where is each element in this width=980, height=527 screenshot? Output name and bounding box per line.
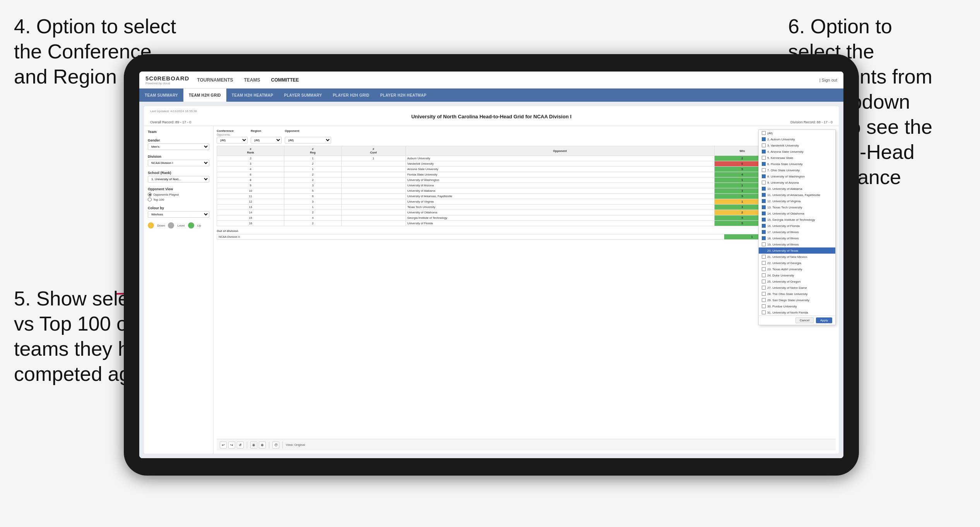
school-select[interactable]: 1. University of Nort... <box>148 176 209 182</box>
rank-cell: 11 <box>217 194 284 199</box>
colour-by-label: Colour by <box>148 206 209 210</box>
nav-tournaments[interactable]: TOURNAMENTS <box>197 77 233 83</box>
dropdown-item[interactable]: 24. Duke University <box>759 272 835 278</box>
dropdown-checkbox <box>762 187 766 191</box>
dropdown-item[interactable]: 6. Florida State University <box>759 161 835 167</box>
th-reg: #Reg <box>284 146 342 156</box>
division-label: Division <box>148 155 209 159</box>
panel-records: Overall Record: 89 - 17 - 0 Division Rec… <box>150 120 833 124</box>
radio-opponents-played[interactable]: Opponents Played <box>148 193 209 196</box>
dropdown-item-label: 21. University of New Mexico <box>767 255 807 259</box>
dropdown-item[interactable]: 16. University of Florida <box>759 223 835 229</box>
dropdown-item[interactable]: 8. University of Washington <box>759 173 835 179</box>
dropdown-checkbox <box>762 242 766 246</box>
dropdown-checkbox <box>762 143 766 147</box>
dropdown-checkbox <box>762 261 766 265</box>
dropdown-item[interactable]: 4. Arizona State University <box>759 148 835 155</box>
rank-cell: 14 <box>217 210 284 215</box>
radio-group: Opponents Played Top 100 <box>148 193 209 201</box>
dropdown-item[interactable]: 7. Ohio State University <box>759 167 835 173</box>
dropdown-item[interactable]: 5. Kennesaw State <box>759 155 835 161</box>
rank-cell: 16 <box>217 221 284 226</box>
conference-filter-group: Conference Opponents: (All) <box>217 129 248 143</box>
dropdown-item-label: 12. University of Virginia <box>767 200 800 203</box>
dropdown-checkbox <box>762 224 766 228</box>
redo-button[interactable]: ↪ <box>228 442 235 449</box>
dropdown-item-label: 25. University of Oregon <box>767 280 800 283</box>
dropdown-item[interactable]: 29. San Diego State University <box>759 297 835 303</box>
opponent-filter-select[interactable]: (All) <box>285 137 331 143</box>
dropdown-item[interactable]: 9. University of Arizona <box>759 179 835 186</box>
paste-button[interactable]: ⊗ <box>259 442 266 449</box>
dropdown-item-label: 10. University of Alabama <box>767 187 802 191</box>
dropdown-item[interactable]: 19. University of Illinois <box>759 241 835 247</box>
grid-area: Conference Opponents: (All) Region <box>214 126 839 454</box>
nav-right[interactable]: | Sign out <box>819 78 837 82</box>
dropdown-item[interactable]: 31. University of North Florida <box>759 309 835 316</box>
color-legend: Down Level Up <box>148 222 209 229</box>
dropdown-item[interactable]: 12. University of Virginia <box>759 198 835 204</box>
dropdown-item[interactable]: 25. University of Oregon <box>759 278 835 285</box>
dropdown-cancel-button[interactable]: Cancel <box>795 317 814 323</box>
dropdown-checkbox <box>762 131 766 135</box>
dropdown-item[interactable]: 11. University of Arkansas, Fayetteville <box>759 192 835 198</box>
region-filter-select[interactable]: (All) <box>251 137 282 143</box>
gender-select[interactable]: Men's <box>148 143 209 150</box>
out-div-division: NCAA Division II <box>217 234 724 240</box>
dropdown-checkbox <box>762 273 766 277</box>
opponent-cell: Auburn University <box>405 156 714 161</box>
dropdown-item-label: 17. University of Illinois <box>767 230 799 234</box>
subnav-player-summary[interactable]: PLAYER SUMMARY <box>279 89 327 102</box>
dropdown-item[interactable]: 28. The Ohio State University <box>759 291 835 297</box>
reset-button[interactable]: ↺ <box>237 442 244 449</box>
nav-committee[interactable]: COMMITTEE <box>271 77 299 83</box>
dropdown-item[interactable]: 22. University of Georgia <box>759 260 835 266</box>
undo-button[interactable]: ↩ <box>220 442 227 449</box>
colour-by-select[interactable]: Win/loss <box>148 211 209 218</box>
subnav-team-h2h-grid[interactable]: TEAM H2H GRID <box>183 89 226 102</box>
copy-button[interactable]: ⊕ <box>250 442 257 449</box>
opponent-cell: Arizona State University <box>405 167 714 172</box>
rank-cell: 10 <box>217 188 284 194</box>
subnav-player-h2h-grid[interactable]: PLAYER H2H GRID <box>327 89 375 102</box>
table-row: 16 2 University of Florida 5 1 <box>217 221 836 226</box>
table-row: 4 1 Arizona State University 5 1 <box>217 167 836 172</box>
region-filter-label: Region <box>251 129 282 133</box>
dropdown-item[interactable]: 14. University of Oklahoma <box>759 210 835 217</box>
nav-teams[interactable]: TEAMS <box>244 77 260 83</box>
dropdown-item[interactable]: 2. Auburn University <box>759 136 835 142</box>
dropdown-item[interactable]: 15. Georgia Institute of Technology <box>759 217 835 223</box>
radio-label-1: Opponents Played <box>153 193 179 196</box>
rank-cell: 15 <box>217 215 284 221</box>
division-record: Division Record: 88 - 17 - 0 <box>790 120 833 124</box>
division-select[interactable]: NCAA Division I <box>148 160 209 166</box>
dropdown-item-label: 31. University of North Florida <box>767 311 808 314</box>
subnav-player-h2h-heatmap[interactable]: PLAYER H2H HEATMAP <box>375 89 432 102</box>
subnav-team-h2h-heatmap[interactable]: TEAM H2H HEATMAP <box>226 89 279 102</box>
dropdown-item[interactable]: 3. Vanderbilt University <box>759 142 835 148</box>
dropdown-item[interactable]: 20. University of Texas <box>759 247 835 254</box>
dropdown-item-label: 16. University of Florida <box>767 224 800 228</box>
dropdown-item[interactable]: 30. Purdue University <box>759 303 835 309</box>
school-label: School (Rank) <box>148 171 209 175</box>
reg-cell: 3 <box>284 183 342 188</box>
conf-cell <box>341 188 405 194</box>
dropdown-item[interactable]: 23. Texas A&M University <box>759 266 835 272</box>
dropdown-item-label: 6. Florida State University <box>767 162 803 166</box>
dropdown-item[interactable]: 13. Texas Tech University <box>759 204 835 210</box>
dropdown-item[interactable]: 17. University of Illinois <box>759 229 835 235</box>
dropdown-item[interactable]: 27. University of Notre Dame <box>759 285 835 291</box>
radio-top100[interactable]: Top 100 <box>148 198 209 201</box>
dropdown-item[interactable]: 18. University of Illinois <box>759 235 835 241</box>
dropdown-item[interactable]: 10. University of Alabama <box>759 186 835 192</box>
dropdown-checkbox <box>762 211 766 215</box>
clock-button[interactable]: ⏱ <box>272 442 279 449</box>
conference-filter-select[interactable]: (All) <box>217 137 248 143</box>
down-color-circle <box>148 222 154 229</box>
dropdown-item[interactable]: 21. University of New Mexico <box>759 254 835 260</box>
table-row: 12 3 University of Virginia 1 1 <box>217 199 836 205</box>
dropdown-apply-button[interactable]: Apply <box>816 317 832 323</box>
table-scroll: #Rank #Reg #Conf Opponent Win Loss <box>217 146 836 439</box>
dropdown-item[interactable]: (All) <box>759 130 835 136</box>
subnav-team-summary[interactable]: TEAM SUMMARY <box>139 89 183 102</box>
